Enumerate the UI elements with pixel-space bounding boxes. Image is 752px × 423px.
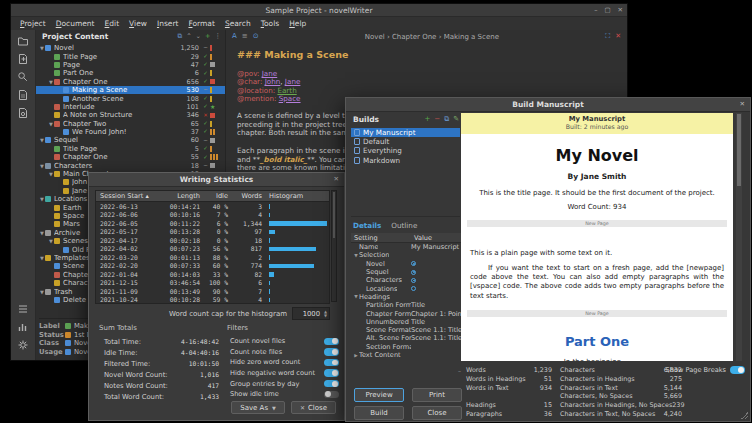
- setting-row[interactable]: Unnumbered Fo…Title: [351, 318, 461, 326]
- filter-toggle[interactable]: [324, 380, 339, 388]
- filter-toggle[interactable]: [324, 348, 339, 356]
- preview-scrollbar[interactable]: [736, 113, 742, 361]
- new-document-icon[interactable]: [17, 52, 30, 65]
- spellcheck-icon[interactable]: A: [232, 33, 237, 40]
- tree-item[interactable]: Another Scene108✓: [36, 94, 225, 102]
- build-list-item[interactable]: My Manuscript: [351, 128, 460, 137]
- menu-format[interactable]: Format: [188, 19, 214, 28]
- tree-item[interactable]: Page47✓: [36, 61, 225, 69]
- session-row[interactable]: 2022-04-0200:07:2356 %817: [96, 245, 329, 254]
- radio-icon[interactable]: [411, 261, 416, 266]
- setting-row[interactable]: ▼Headings: [351, 293, 461, 301]
- outline-list-icon[interactable]: ≡: [242, 33, 248, 40]
- manuscript-preview[interactable]: My Manuscript Built: 2 minutes ago My No…: [461, 113, 733, 361]
- close-document-icon[interactable]: ✕: [615, 33, 621, 40]
- setting-row[interactable]: Sequel: [351, 268, 461, 276]
- close-button[interactable]: Close: [412, 406, 462, 420]
- setting-row[interactable]: ▼Selection: [351, 251, 461, 259]
- menu-kebab-icon[interactable]: ⋮: [215, 33, 222, 40]
- filter-toggle[interactable]: [324, 369, 339, 377]
- session-row[interactable]: 2021-10-2400:10:2859 %4: [96, 296, 329, 305]
- close-icon[interactable]: ✕: [618, 7, 623, 14]
- setting-row[interactable]: Scene FormatScene 1.1: Title: [351, 326, 461, 334]
- column-header-session-start[interactable]: Session Start ▴: [96, 192, 156, 200]
- move-up-icon[interactable]: ⌃: [186, 33, 191, 40]
- project-tree-icon[interactable]: [17, 34, 30, 47]
- column-header-idle[interactable]: Idle: [202, 192, 230, 200]
- focus-mode-icon[interactable]: ⛶: [605, 33, 610, 40]
- filter-toggle[interactable]: [324, 338, 339, 346]
- tree-item[interactable]: Title Page5✓: [36, 145, 225, 153]
- setting-row[interactable]: ▶Text Content: [351, 351, 461, 359]
- build-list-item[interactable]: Default: [351, 137, 460, 146]
- setting-row[interactable]: Chapter FormatChapter 1: Point …: [351, 309, 461, 317]
- menu-insert[interactable]: Insert: [157, 19, 179, 28]
- session-row[interactable]: 2022-05-1700:13:280 %97: [96, 228, 329, 237]
- edit-build-icon[interactable]: ✎: [453, 116, 459, 123]
- session-row[interactable]: 2021-12-1503:46:54100 %6: [96, 279, 329, 288]
- resize-grip-icon[interactable]: [741, 412, 748, 419]
- radio-icon[interactable]: [411, 270, 416, 275]
- menu-help[interactable]: Help: [289, 19, 306, 28]
- tree-item[interactable]: ▼Sequel60−: [36, 136, 225, 144]
- minimize-icon[interactable]: –: [594, 7, 597, 14]
- sessions-table[interactable]: Session Start ▴LengthIdleWordsHistogram …: [95, 190, 330, 304]
- settings-gear-icon[interactable]: [17, 338, 30, 351]
- maximize-icon[interactable]: ▢: [604, 7, 610, 14]
- tab-outline[interactable]: Outline: [391, 221, 417, 230]
- stats-icon[interactable]: [17, 320, 30, 333]
- close-icon[interactable]: ✕: [740, 101, 745, 108]
- session-row[interactable]: 2021-11-0900:13:4990 %7: [96, 287, 329, 296]
- spinner-arrows-icon[interactable]: ▲▼: [322, 310, 329, 318]
- add-build-icon[interactable]: +: [424, 116, 430, 123]
- duplicate-build-icon[interactable]: ⧉: [444, 116, 449, 123]
- session-row[interactable]: 2022-06-0500:11:226 %1,344: [96, 219, 329, 228]
- radio-icon[interactable]: [411, 278, 416, 283]
- search-icon[interactable]: [17, 70, 30, 83]
- tree-item[interactable]: Interlude101✓★: [36, 103, 225, 111]
- column-header-histogram[interactable]: Histogram: [264, 192, 329, 200]
- stats-titlebar[interactable]: Writing Statistics ✕: [89, 173, 344, 187]
- main-titlebar[interactable]: Sample Project - novelWriter – ▢ ✕: [11, 4, 627, 17]
- tree-item[interactable]: Title Page29✓: [36, 52, 225, 60]
- add-icon[interactable]: +: [205, 33, 210, 40]
- filter-toggle[interactable]: [324, 359, 339, 367]
- tree-item[interactable]: We Found John!37✓: [36, 128, 225, 136]
- session-row[interactable]: 2022-04-1700:02:180 %18: [96, 236, 329, 245]
- tree-item[interactable]: ▼Chapter Two65✓: [36, 120, 225, 128]
- radio-icon[interactable]: [411, 286, 416, 291]
- tree-item[interactable]: ▼Characters18−: [36, 161, 225, 169]
- build-list-item[interactable]: Markdown: [351, 156, 460, 165]
- session-row[interactable]: 2022-06-0600:10:167 %4: [96, 211, 329, 220]
- setting-row[interactable]: Section Format: [351, 343, 461, 351]
- session-row[interactable]: 2022-03-2000:01:1388 %2: [96, 253, 329, 262]
- histogram-cap-spinner[interactable]: 1000 ▲▼: [292, 307, 330, 320]
- outline-icon[interactable]: [17, 302, 30, 315]
- save-as-button[interactable]: Save As▼: [231, 401, 285, 414]
- remove-build-icon[interactable]: −: [434, 116, 440, 123]
- session-row[interactable]: 2022-02-2000:07:3360 %774: [96, 262, 329, 271]
- build-titlebar[interactable]: Build Manuscript ✕: [346, 98, 750, 112]
- close-button[interactable]: ✕Close: [291, 401, 336, 414]
- tab-details[interactable]: Details: [353, 221, 381, 230]
- menu-view[interactable]: View: [129, 19, 147, 28]
- tree-item[interactable]: ▼Chapter One656✓: [36, 78, 225, 86]
- tree-item[interactable]: A Note on Structure346✕: [36, 111, 225, 119]
- document-settings-icon[interactable]: [17, 106, 30, 119]
- setting-row[interactable]: Locations: [351, 284, 461, 292]
- show-page-breaks-toggle[interactable]: [730, 366, 745, 374]
- menu-document[interactable]: Document: [56, 19, 95, 28]
- search-icon[interactable]: ⊙: [253, 33, 259, 40]
- session-row[interactable]: 2022-01-0400:14:0333 %82: [96, 270, 329, 279]
- build-button[interactable]: Build: [354, 406, 404, 420]
- session-row[interactable]: 2022-06-1300:14:2140 %3: [96, 202, 329, 211]
- stats-collapse-icon[interactable]: –: [458, 367, 461, 374]
- tree-item[interactable]: Chapter One55✓: [36, 153, 225, 161]
- filter-toggle[interactable]: [324, 391, 339, 399]
- tree-item[interactable]: Part One6✓: [36, 69, 225, 77]
- menu-tools[interactable]: Tools: [261, 19, 279, 28]
- document-icon[interactable]: [17, 88, 30, 101]
- setting-row[interactable]: Alt. Scene FormatScene 1.1: Title: [351, 334, 461, 342]
- menu-edit[interactable]: Edit: [105, 19, 120, 28]
- tree-item[interactable]: Making a Scene530−: [36, 86, 225, 94]
